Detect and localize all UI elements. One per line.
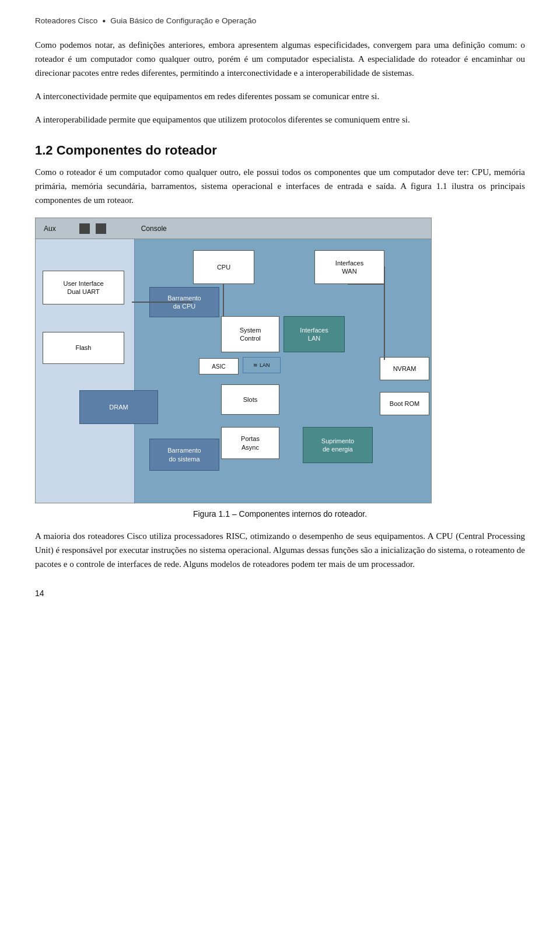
suprimento-box: Suprimentode energia: [303, 427, 373, 463]
line-h-right: [348, 283, 384, 285]
system-control-box: SystemControl: [221, 316, 279, 352]
bullet-separator: ●: [102, 17, 106, 24]
asic-box: ASIC: [199, 358, 239, 374]
lan-icon-area: ≋ LAN: [243, 357, 281, 373]
aux-label: Aux: [44, 225, 56, 233]
line-h1: [132, 302, 193, 303]
console-label: Console: [141, 225, 167, 233]
aux-square: [79, 223, 90, 234]
section-heading: 1.2 Componentes do roteador: [35, 143, 525, 158]
interconectividade-text: A interconectividade permite que equipam…: [35, 89, 525, 103]
portas-async-box: PortasAsync: [221, 427, 279, 459]
line-v-right: [384, 267, 385, 360]
intro-text: Como podemos notar, as definições anteri…: [35, 38, 525, 80]
interfaces-wan-box: InterfacesWAN: [314, 250, 384, 284]
section-title-text: Componentes do roteador: [57, 143, 217, 157]
router-diagram: Aux Console CPU InterfacesWAN User Inter…: [35, 218, 432, 503]
line-cpu-down: [223, 284, 224, 316]
dram-box: DRAM: [79, 390, 158, 424]
nvram-box: NVRAM: [380, 357, 429, 380]
aux-square2: [96, 223, 106, 234]
subtitle: Guia Básico de Configuração e Operação: [110, 16, 256, 25]
figure-caption-text: Figura 1.1 – Componentes internos do rot…: [35, 509, 525, 519]
book-title: Roteadores Cisco: [35, 16, 97, 25]
diagram-top-bar: Aux Console: [36, 218, 431, 239]
slots-box: Slots: [221, 384, 279, 415]
user-interface-box: User InterfaceDual UART: [43, 271, 124, 304]
page-header: Roteadores Cisco ● Guia Básico de Config…: [35, 16, 525, 25]
risc-text: A maioria dos roteadores Cisco utiliza p…: [35, 529, 525, 571]
flash-box: Flash: [43, 332, 124, 364]
cpu-box: CPU: [193, 250, 254, 284]
components-intro-text: Como o roteador é um computador como qua…: [35, 165, 525, 207]
section-number: 1.2: [35, 143, 53, 157]
interfaces-lan-box: InterfacesLAN: [284, 316, 345, 352]
barramento-sistema-box: Barramentodo sistema: [149, 439, 219, 471]
page-number: 14: [35, 589, 525, 598]
interoperabilidade-text: A interoperabilidade permite que equipam…: [35, 113, 525, 127]
boot-rom-box: Boot ROM: [380, 392, 429, 415]
